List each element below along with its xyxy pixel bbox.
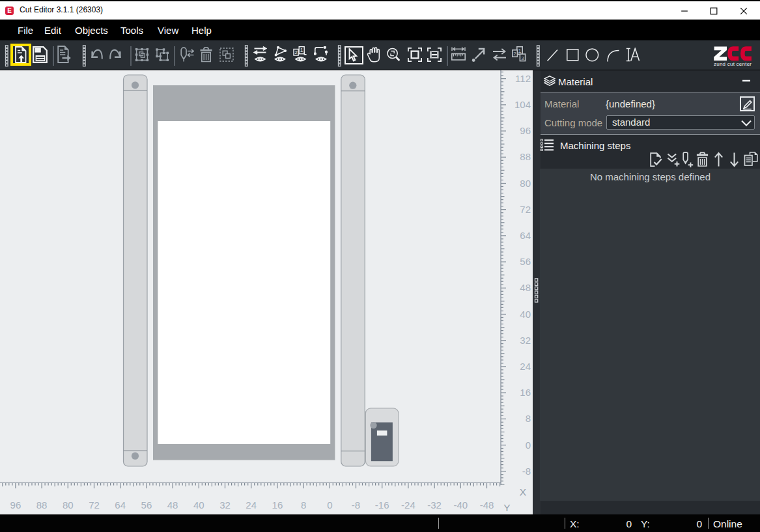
svg-text:24: 24: [520, 361, 531, 372]
svg-text:112: 112: [515, 73, 531, 84]
svg-text:48: 48: [520, 282, 531, 293]
svg-text:1: 1: [300, 47, 303, 53]
svg-text:3: 3: [521, 55, 524, 61]
svg-text:88: 88: [520, 151, 531, 162]
svg-text:80: 80: [520, 178, 531, 189]
svg-text:-32: -32: [427, 499, 442, 511]
svg-text:-48: -48: [480, 499, 494, 511]
svg-text:88: 88: [36, 499, 48, 511]
svg-text:64: 64: [115, 499, 126, 511]
svg-text:8: 8: [301, 499, 306, 511]
svg-text:80: 80: [63, 499, 74, 511]
svg-text:40: 40: [520, 309, 531, 320]
svg-text:-16: -16: [375, 499, 389, 511]
svg-text:72: 72: [89, 499, 100, 511]
svg-text:-8: -8: [352, 499, 360, 511]
svg-text:24: 24: [246, 499, 257, 511]
svg-text:72: 72: [520, 204, 531, 215]
svg-text:X: X: [520, 486, 527, 497]
svg-text:48: 48: [167, 499, 178, 511]
svg-text:16: 16: [520, 387, 531, 398]
svg-text:Y: Y: [503, 502, 510, 513]
svg-text:2: 2: [513, 51, 516, 57]
svg-text:56: 56: [520, 256, 531, 267]
svg-text:32: 32: [520, 335, 531, 346]
svg-text:-24: -24: [401, 499, 415, 511]
svg-text:16: 16: [272, 499, 283, 511]
svg-text:-40: -40: [453, 499, 468, 511]
svg-text:56: 56: [141, 499, 152, 511]
svg-text:0: 0: [327, 499, 332, 511]
svg-text:1: 1: [518, 48, 521, 54]
svg-text:8: 8: [526, 413, 531, 424]
svg-text:zund cut center: zund cut center: [714, 61, 752, 67]
svg-text:0: 0: [526, 440, 531, 451]
svg-text:32: 32: [219, 499, 231, 511]
svg-text:96: 96: [10, 499, 21, 511]
svg-text:2: 2: [295, 49, 298, 55]
svg-text:96: 96: [520, 125, 531, 136]
svg-text:-8: -8: [522, 466, 531, 477]
svg-text:64: 64: [520, 230, 531, 241]
svg-text:40: 40: [193, 499, 204, 511]
svg-text:104: 104: [514, 99, 531, 110]
